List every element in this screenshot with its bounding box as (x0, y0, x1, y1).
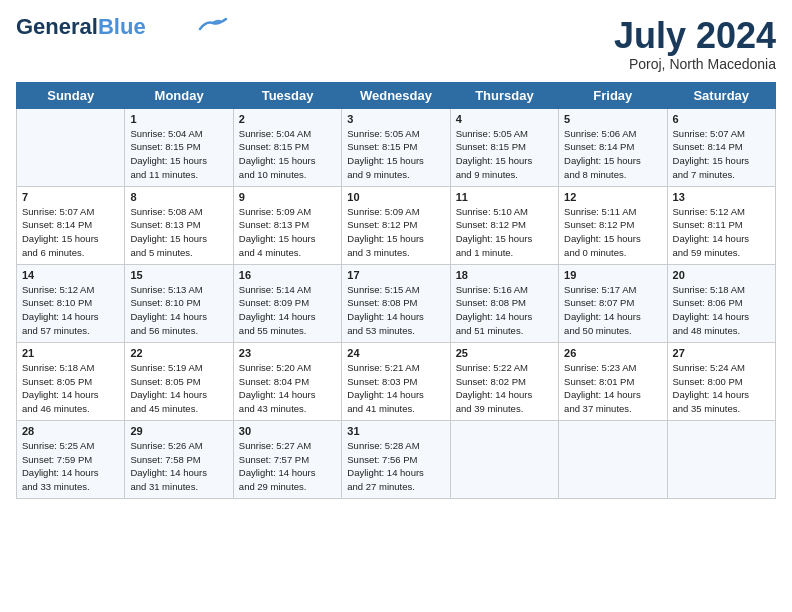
day-info-line: Sunset: 7:59 PM (22, 454, 92, 465)
day-info-line: Sunset: 8:04 PM (239, 376, 309, 387)
day-number: 3 (347, 113, 444, 125)
day-number: 24 (347, 347, 444, 359)
day-info-line: Daylight: 14 hours (130, 467, 207, 478)
calendar-cell: 12Sunrise: 5:11 AMSunset: 8:12 PMDayligh… (559, 186, 667, 264)
day-info-line: Daylight: 15 hours (456, 233, 533, 244)
day-number: 4 (456, 113, 553, 125)
day-info-line: Sunset: 8:10 PM (22, 297, 92, 308)
day-info-line: Sunset: 8:10 PM (130, 297, 200, 308)
day-info-line: Sunset: 7:58 PM (130, 454, 200, 465)
day-info-line: Daylight: 15 hours (564, 233, 641, 244)
calendar-cell (559, 420, 667, 498)
day-info: Sunrise: 5:12 AMSunset: 8:10 PMDaylight:… (22, 283, 119, 338)
day-info-line: and 55 minutes. (239, 325, 307, 336)
day-info-line: Sunset: 8:05 PM (22, 376, 92, 387)
day-info: Sunrise: 5:09 AMSunset: 8:13 PMDaylight:… (239, 205, 336, 260)
day-info-line: Daylight: 15 hours (347, 155, 424, 166)
day-info-line: Sunset: 8:01 PM (564, 376, 634, 387)
calendar-cell: 24Sunrise: 5:21 AMSunset: 8:03 PMDayligh… (342, 342, 450, 420)
day-info: Sunrise: 5:05 AMSunset: 8:15 PMDaylight:… (456, 127, 553, 182)
day-info-line: Sunrise: 5:20 AM (239, 362, 311, 373)
day-info-line: and 56 minutes. (130, 325, 198, 336)
calendar-week-row: 14Sunrise: 5:12 AMSunset: 8:10 PMDayligh… (17, 264, 776, 342)
day-info-line: Sunrise: 5:23 AM (564, 362, 636, 373)
day-info-line: Sunrise: 5:18 AM (673, 284, 745, 295)
weekday-header: Wednesday (342, 82, 450, 108)
day-info: Sunrise: 5:26 AMSunset: 7:58 PMDaylight:… (130, 439, 227, 494)
day-info-line: and 35 minutes. (673, 403, 741, 414)
calendar-cell (667, 420, 775, 498)
day-info: Sunrise: 5:25 AMSunset: 7:59 PMDaylight:… (22, 439, 119, 494)
day-info-line: Sunset: 8:06 PM (673, 297, 743, 308)
day-info-line: Sunrise: 5:15 AM (347, 284, 419, 295)
day-info-line: Daylight: 14 hours (239, 311, 316, 322)
day-number: 17 (347, 269, 444, 281)
day-info-line: and 7 minutes. (673, 169, 735, 180)
day-info-line: Daylight: 15 hours (239, 233, 316, 244)
day-number: 16 (239, 269, 336, 281)
day-number: 15 (130, 269, 227, 281)
calendar-cell: 23Sunrise: 5:20 AMSunset: 8:04 PMDayligh… (233, 342, 341, 420)
day-info-line: and 3 minutes. (347, 247, 409, 258)
day-number: 28 (22, 425, 119, 437)
logo-bird-icon (198, 17, 228, 33)
day-info-line: and 27 minutes. (347, 481, 415, 492)
day-info: Sunrise: 5:16 AMSunset: 8:08 PMDaylight:… (456, 283, 553, 338)
weekday-header: Thursday (450, 82, 558, 108)
day-info: Sunrise: 5:18 AMSunset: 8:06 PMDaylight:… (673, 283, 770, 338)
day-number: 21 (22, 347, 119, 359)
day-info-line: Sunset: 8:14 PM (673, 141, 743, 152)
calendar-cell: 31Sunrise: 5:28 AMSunset: 7:56 PMDayligh… (342, 420, 450, 498)
day-info-line: Daylight: 15 hours (564, 155, 641, 166)
day-info-line: Daylight: 14 hours (347, 311, 424, 322)
day-info-line: and 9 minutes. (347, 169, 409, 180)
day-info: Sunrise: 5:19 AMSunset: 8:05 PMDaylight:… (130, 361, 227, 416)
day-info-line: Sunrise: 5:28 AM (347, 440, 419, 451)
day-info-line: Sunrise: 5:25 AM (22, 440, 94, 451)
calendar-cell: 11Sunrise: 5:10 AMSunset: 8:12 PMDayligh… (450, 186, 558, 264)
day-info-line: Sunset: 8:15 PM (456, 141, 526, 152)
day-number: 1 (130, 113, 227, 125)
day-info-line: Daylight: 15 hours (347, 233, 424, 244)
day-info-line: Sunrise: 5:14 AM (239, 284, 311, 295)
day-info-line: and 11 minutes. (130, 169, 198, 180)
day-info-line: Sunset: 8:12 PM (347, 219, 417, 230)
weekday-header: Sunday (17, 82, 125, 108)
day-info-line: Sunset: 7:56 PM (347, 454, 417, 465)
day-info-line: Sunset: 8:15 PM (130, 141, 200, 152)
day-number: 20 (673, 269, 770, 281)
day-info-line: Sunrise: 5:05 AM (347, 128, 419, 139)
day-info: Sunrise: 5:04 AMSunset: 8:15 PMDaylight:… (130, 127, 227, 182)
day-info-line: and 45 minutes. (130, 403, 198, 414)
day-info: Sunrise: 5:21 AMSunset: 8:03 PMDaylight:… (347, 361, 444, 416)
day-info-line: Sunset: 8:08 PM (456, 297, 526, 308)
day-info: Sunrise: 5:13 AMSunset: 8:10 PMDaylight:… (130, 283, 227, 338)
day-info: Sunrise: 5:22 AMSunset: 8:02 PMDaylight:… (456, 361, 553, 416)
day-info-line: Sunset: 7:57 PM (239, 454, 309, 465)
day-info-line: and 10 minutes. (239, 169, 307, 180)
day-info-line: Daylight: 14 hours (673, 389, 750, 400)
day-info: Sunrise: 5:15 AMSunset: 8:08 PMDaylight:… (347, 283, 444, 338)
day-info-line: Sunrise: 5:21 AM (347, 362, 419, 373)
day-info-line: Sunset: 8:14 PM (22, 219, 92, 230)
day-info-line: and 4 minutes. (239, 247, 301, 258)
calendar-week-row: 7Sunrise: 5:07 AMSunset: 8:14 PMDaylight… (17, 186, 776, 264)
month-year-title: July 2024 (614, 16, 776, 56)
day-info: Sunrise: 5:08 AMSunset: 8:13 PMDaylight:… (130, 205, 227, 260)
day-info-line: Sunrise: 5:04 AM (130, 128, 202, 139)
day-info: Sunrise: 5:17 AMSunset: 8:07 PMDaylight:… (564, 283, 661, 338)
day-info-line: Sunset: 8:02 PM (456, 376, 526, 387)
day-info-line: Sunrise: 5:11 AM (564, 206, 636, 217)
day-info-line: Daylight: 14 hours (347, 467, 424, 478)
day-info-line: Daylight: 14 hours (22, 389, 99, 400)
page-header: GeneralBlue July 2024 Poroj, North Maced… (16, 16, 776, 72)
day-info-line: Sunrise: 5:19 AM (130, 362, 202, 373)
day-info-line: and 39 minutes. (456, 403, 524, 414)
calendar-table: SundayMondayTuesdayWednesdayThursdayFrid… (16, 82, 776, 499)
day-info-line: Sunrise: 5:07 AM (22, 206, 94, 217)
day-info-line: Sunset: 8:15 PM (239, 141, 309, 152)
day-info-line: and 50 minutes. (564, 325, 632, 336)
day-number: 26 (564, 347, 661, 359)
calendar-cell: 7Sunrise: 5:07 AMSunset: 8:14 PMDaylight… (17, 186, 125, 264)
day-info-line: and 33 minutes. (22, 481, 90, 492)
